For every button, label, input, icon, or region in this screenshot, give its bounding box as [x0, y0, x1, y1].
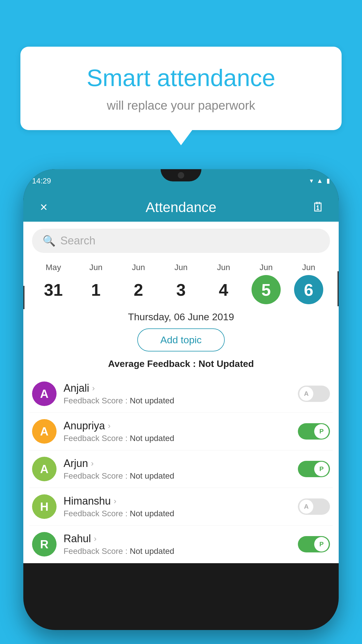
- cal-month-label: Jun: [132, 263, 145, 272]
- notch-camera: [178, 172, 184, 178]
- selected-date: Thursday, 06 June 2019: [23, 311, 339, 323]
- student-name: Himanshu ›: [64, 495, 291, 507]
- calendar-day[interactable]: Jun6: [291, 263, 326, 304]
- avatar: A: [32, 419, 57, 444]
- avg-feedback-value: Not Updated: [198, 358, 254, 369]
- search-bar[interactable]: 🔍 Search: [32, 229, 330, 253]
- chevron-icon: ›: [92, 384, 95, 393]
- calendar-day[interactable]: Jun4: [206, 263, 241, 304]
- cal-day-num[interactable]: 1: [81, 275, 110, 304]
- student-info: Anupriya ›Feedback Score : Not updated: [64, 420, 291, 443]
- toggle-knob: P: [314, 537, 329, 552]
- cal-month-label: Jun: [89, 263, 102, 272]
- avatar: A: [32, 457, 57, 481]
- attendance-toggle[interactable]: P: [298, 461, 330, 477]
- attendance-toggle[interactable]: A: [298, 498, 330, 515]
- phone-frame: 14:29 ▾ ▲ ▮ × Attendance 🗓 🔍 Search May3…: [23, 169, 339, 630]
- signal-icon: ▲: [317, 177, 323, 185]
- student-info: Arjun ›Feedback Score : Not updated: [64, 457, 291, 481]
- bubble-subtitle: will replace your paperwork: [44, 99, 318, 113]
- status-icons: ▾ ▲ ▮: [310, 177, 330, 185]
- cal-month-label: Jun: [217, 263, 230, 272]
- cal-day-num[interactable]: 4: [209, 275, 238, 304]
- side-button-left: [23, 286, 24, 309]
- cal-month-label: Jun: [259, 263, 273, 272]
- toggle-knob: A: [299, 499, 314, 514]
- search-icon: 🔍: [43, 235, 56, 247]
- cal-day-num[interactable]: 5: [252, 275, 281, 304]
- cal-month-label: Jun: [302, 263, 315, 272]
- cal-day-num[interactable]: 31: [39, 275, 68, 304]
- phone-screen: 🔍 Search May31Jun1Jun2Jun3Jun4Jun5Jun6 T…: [23, 222, 339, 563]
- wifi-icon: ▾: [310, 177, 313, 185]
- add-topic-button[interactable]: Add topic: [137, 328, 225, 351]
- feedback-score: Feedback Score : Not updated: [64, 471, 291, 481]
- feedback-score: Feedback Score : Not updated: [64, 547, 291, 556]
- student-name: Rahul ›: [64, 533, 291, 545]
- toolbar: × Attendance 🗓: [23, 192, 339, 222]
- avatar: A: [32, 382, 57, 406]
- chevron-icon: ›: [108, 421, 110, 430]
- status-time: 14:29: [32, 176, 51, 186]
- avatar: H: [32, 494, 57, 519]
- calendar-icon[interactable]: 🗓: [310, 200, 327, 214]
- feedback-score: Feedback Score : Not updated: [64, 434, 291, 443]
- notch: [161, 169, 201, 181]
- chevron-icon: ›: [114, 496, 116, 506]
- calendar-day[interactable]: Jun3: [164, 263, 198, 304]
- student-row[interactable]: AAnjali ›Feedback Score : Not updatedA: [29, 375, 333, 413]
- toggle-knob: P: [314, 424, 329, 439]
- student-info: Himanshu ›Feedback Score : Not updated: [64, 495, 291, 518]
- student-list: AAnjali ›Feedback Score : Not updatedAAA…: [23, 375, 339, 563]
- cal-day-num[interactable]: 6: [294, 275, 323, 304]
- student-row[interactable]: HHimanshu ›Feedback Score : Not updatedA: [29, 488, 333, 526]
- toolbar-title: Attendance: [52, 199, 310, 215]
- speech-bubble: Smart attendance will replace your paper…: [20, 47, 342, 130]
- student-row[interactable]: AArjun ›Feedback Score : Not updatedP: [29, 450, 333, 488]
- student-name: Arjun ›: [64, 457, 291, 470]
- calendar-day[interactable]: Jun2: [121, 263, 156, 304]
- student-info: Rahul ›Feedback Score : Not updated: [64, 533, 291, 556]
- student-name: Anjali ›: [64, 382, 291, 394]
- avatar: R: [32, 532, 57, 556]
- chevron-icon: ›: [91, 459, 94, 468]
- chevron-icon: ›: [94, 534, 96, 543]
- attendance-toggle[interactable]: P: [298, 423, 330, 440]
- battery-icon: ▮: [326, 177, 330, 185]
- attendance-toggle[interactable]: P: [298, 536, 330, 552]
- student-row[interactable]: AAnupriya ›Feedback Score : Not updatedP: [29, 413, 333, 450]
- calendar-strip: May31Jun1Jun2Jun3Jun4Jun5Jun6: [23, 260, 339, 304]
- calendar-day[interactable]: Jun1: [78, 263, 113, 304]
- cal-month-label: May: [46, 263, 61, 272]
- toggle-knob: P: [314, 462, 329, 476]
- avg-feedback: Average Feedback : Not Updated: [23, 358, 339, 369]
- cal-day-num[interactable]: 2: [124, 275, 153, 304]
- side-button-right: [338, 271, 339, 306]
- status-bar: 14:29 ▾ ▲ ▮: [23, 169, 339, 192]
- feedback-score: Feedback Score : Not updated: [64, 509, 291, 518]
- avg-feedback-label: Average Feedback :: [108, 358, 196, 369]
- cal-day-num[interactable]: 3: [166, 275, 196, 304]
- calendar-day[interactable]: Jun5: [249, 263, 284, 304]
- search-input[interactable]: Search: [60, 235, 95, 247]
- calendar-day[interactable]: May31: [36, 263, 71, 304]
- student-info: Anjali ›Feedback Score : Not updated: [64, 382, 291, 405]
- attendance-toggle[interactable]: A: [298, 386, 330, 402]
- bubble-title: Smart attendance: [44, 64, 318, 92]
- cal-month-label: Jun: [174, 263, 187, 272]
- toggle-knob: A: [299, 386, 314, 401]
- student-name: Anupriya ›: [64, 420, 291, 432]
- close-button[interactable]: ×: [35, 200, 52, 214]
- student-row[interactable]: RRahul ›Feedback Score : Not updatedP: [29, 526, 333, 563]
- feedback-score: Feedback Score : Not updated: [64, 396, 291, 405]
